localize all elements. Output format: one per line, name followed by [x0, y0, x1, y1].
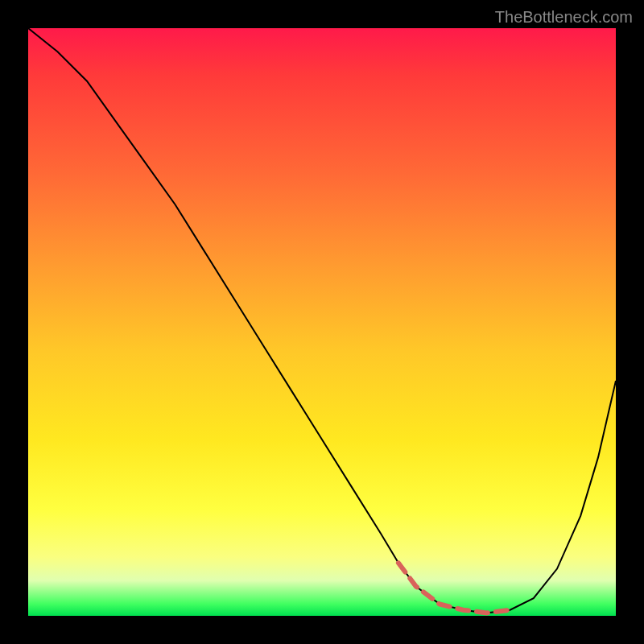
bottleneck-curve	[28, 28, 616, 613]
optimal-zone-highlight	[398, 563, 510, 613]
chart-svg	[28, 28, 616, 616]
chart-plot-area	[28, 28, 616, 616]
watermark-text: TheBottleneck.com	[495, 8, 633, 27]
